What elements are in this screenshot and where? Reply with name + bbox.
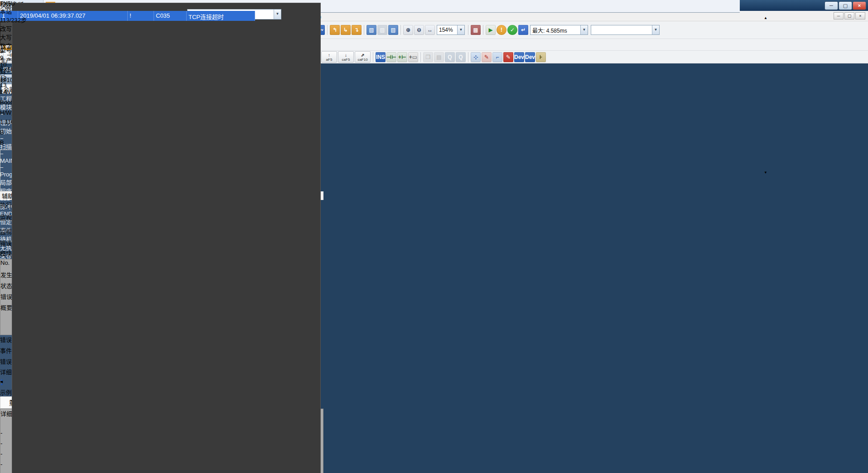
vertical-scrollbar[interactable]: ▲ ▼ xyxy=(764,15,771,378)
status-FX5U: FX5U xyxy=(0,0,52,7)
scroll-up-icon[interactable]: ▲ xyxy=(764,15,770,22)
mdi-restore-button[interactable]: ▢ xyxy=(844,12,854,20)
error-row-cell[interactable]: C035 xyxy=(154,11,187,21)
error-row-cell[interactable]: ! xyxy=(128,11,154,21)
mdi-window-buttons: ─ ▢ × xyxy=(833,12,865,20)
scroll-down-icon[interactable]: ▼ xyxy=(764,169,770,176)
close-button[interactable]: × xyxy=(853,1,866,10)
vertical-scroll-thumb[interactable] xyxy=(764,22,769,169)
collapse-chevron-icon[interactable]: ▲▲ xyxy=(0,378,8,388)
maximize-button[interactable]: ▢ xyxy=(839,1,852,10)
mdi-close-button[interactable]: × xyxy=(855,12,865,20)
status-大写: 大写 xyxy=(0,33,17,41)
status-113/232步: 113/232步 xyxy=(0,15,74,24)
mdi-minimize-button[interactable]: ─ xyxy=(834,12,844,20)
severity-icon: ! xyxy=(5,399,7,406)
status-数字: 数字 xyxy=(0,41,19,50)
status-改写: 改写 xyxy=(0,24,34,33)
status-bar: FX5U本站113/232步改写大写数字 xyxy=(0,0,74,50)
dialog-body: 型号 生产号 FX5U-80MT/ES 1910068 F/W版本 Booter… xyxy=(0,15,323,473)
module-diagnostics-dialog: 模块诊断(CPU) × 型号 生产号 FX5U-80MT/ES 1910068 … xyxy=(0,0,323,473)
warning-icon: ! xyxy=(130,12,131,19)
chevron-down-icon: ▼ xyxy=(274,10,281,19)
minimize-button[interactable]: ─ xyxy=(825,1,838,10)
status-本站: 本站 xyxy=(0,7,71,15)
error-row-cell[interactable]: TCP连接超时 xyxy=(187,11,255,21)
